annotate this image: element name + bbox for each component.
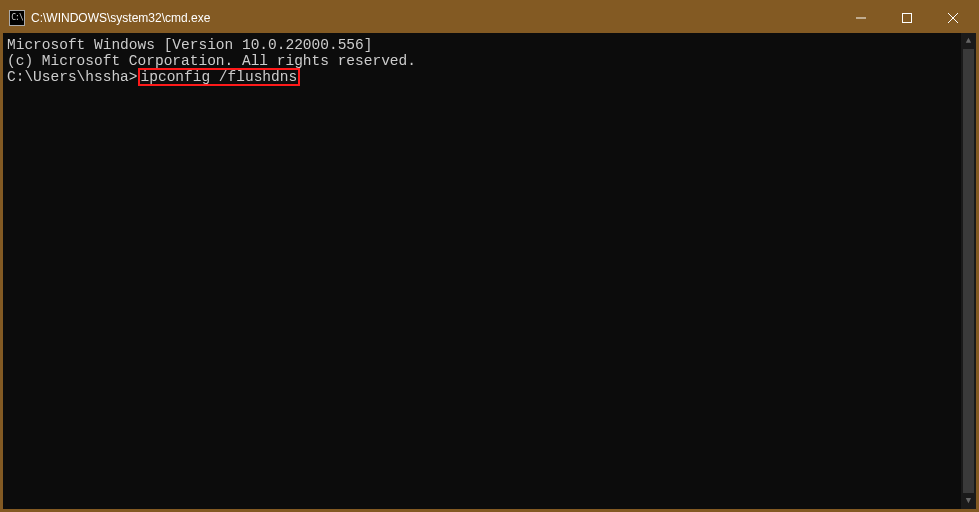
window-title: C:\WINDOWS\system32\cmd.exe — [31, 11, 210, 25]
vertical-scrollbar[interactable]: ▲ ▼ — [961, 33, 976, 509]
version-line: Microsoft Windows [Version 10.0.22000.55… — [7, 37, 972, 53]
maximize-icon — [902, 13, 912, 23]
terminal-area[interactable]: Microsoft Windows [Version 10.0.22000.55… — [3, 33, 976, 509]
close-icon — [948, 13, 958, 23]
maximize-button[interactable] — [884, 3, 930, 33]
command-text: ipconfig /flushdns — [141, 69, 298, 85]
titlebar[interactable]: C:\ C:\WINDOWS\system32\cmd.exe — [3, 3, 976, 33]
window-controls — [838, 3, 976, 33]
close-button[interactable] — [930, 3, 976, 33]
copyright-line: (c) Microsoft Corporation. All rights re… — [7, 53, 972, 69]
minimize-icon — [856, 13, 866, 23]
scroll-thumb[interactable] — [963, 49, 974, 493]
svg-rect-1 — [903, 14, 912, 23]
prompt-line: C:\Users\hssha>ipconfig /flushdns — [7, 69, 972, 85]
cmd-icon: C:\ — [9, 10, 25, 26]
cmd-window: C:\ C:\WINDOWS\system32\cmd.exe Mic — [0, 0, 979, 512]
scroll-down-icon[interactable]: ▼ — [961, 493, 976, 509]
scroll-up-icon[interactable]: ▲ — [961, 33, 976, 49]
command-highlight: ipconfig /flushdns — [138, 68, 301, 86]
minimize-button[interactable] — [838, 3, 884, 33]
prompt-text: C:\Users\hssha> — [7, 69, 138, 85]
scroll-track[interactable] — [961, 49, 976, 493]
